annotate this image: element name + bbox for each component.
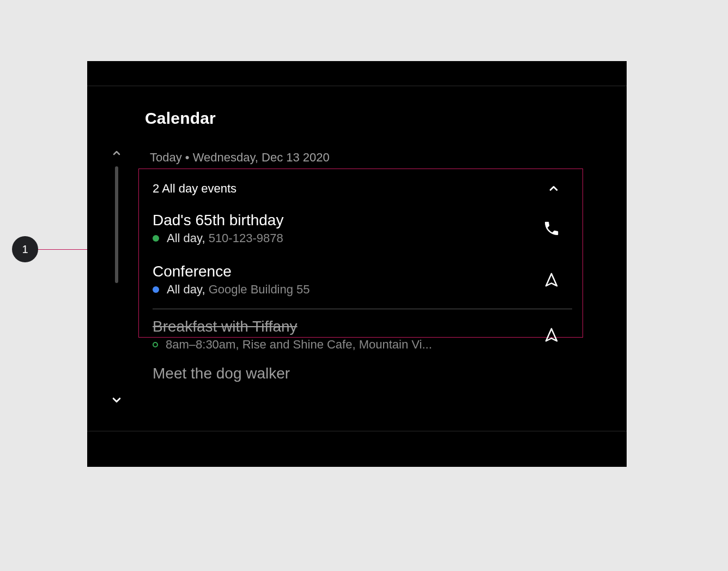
- navigation-icon: [543, 327, 560, 343]
- event-meta: 8am–8:30am, Rise and Shine Cafe, Mountai…: [166, 338, 432, 352]
- event-meta: All day, Google Building 55: [167, 283, 310, 297]
- chevron-up-icon: [546, 181, 561, 196]
- status-bar: [87, 61, 627, 86]
- chevron-down-icon: [109, 392, 124, 407]
- event-time: All day,: [167, 231, 205, 245]
- scroll-up-button[interactable]: [107, 143, 126, 163]
- event-time: 8am–8:30am,: [166, 338, 239, 351]
- device-frame: Calendar Today • Wednesday, Dec 13 2020 …: [87, 61, 627, 467]
- navigation-icon: [543, 272, 560, 288]
- bottom-bar: [87, 431, 627, 467]
- event-detail: Rise and Shine Cafe, Mountain Vi...: [242, 338, 432, 351]
- all-day-header-label: 2 All day events: [153, 182, 236, 196]
- event-detail: 510-123-9878: [209, 231, 283, 245]
- event-title: Conference: [153, 263, 539, 280]
- date-line: Today • Wednesday, Dec 13 2020: [150, 151, 330, 165]
- navigate-button[interactable]: [539, 323, 563, 347]
- event-title: Dad's 65th birthday: [153, 212, 539, 229]
- collapse-all-day-button[interactable]: [546, 181, 561, 196]
- content-area: Calendar Today • Wednesday, Dec 13 2020 …: [87, 86, 627, 467]
- event-title: Breakfast with Tiffany: [153, 318, 539, 335]
- event-row[interactable]: Meet the dog walker: [153, 362, 572, 394]
- calendar-color-dot: [153, 235, 159, 242]
- event-row[interactable]: Conference All day, Google Building 55: [153, 255, 572, 306]
- calendar-color-dot: [153, 342, 158, 347]
- event-time: All day,: [167, 283, 205, 296]
- annotation-badge: 1: [12, 236, 38, 262]
- call-button[interactable]: [539, 217, 563, 241]
- event-detail: Google Building 55: [209, 283, 310, 296]
- event-title: Meet the dog walker: [153, 365, 572, 382]
- chevron-up-icon: [110, 147, 123, 160]
- app-title: Calendar: [145, 109, 216, 128]
- event-meta: All day, 510-123-9878: [167, 231, 283, 245]
- all-day-header[interactable]: 2 All day events: [153, 173, 572, 204]
- event-row[interactable]: Breakfast with Tiffany 8am–8:30am, Rise …: [153, 315, 572, 362]
- calendar-color-dot: [153, 286, 159, 293]
- annotation-label: 1: [22, 243, 28, 256]
- scroll-thumb[interactable]: [115, 166, 118, 283]
- scroll-down-button[interactable]: [107, 390, 126, 410]
- event-row[interactable]: Dad's 65th birthday All day, 510-123-987…: [153, 204, 572, 255]
- event-list: 2 All day events Dad's 65th birthday All…: [153, 173, 572, 394]
- scroll-rail: [107, 143, 126, 410]
- section-divider: [153, 309, 572, 309]
- navigate-button[interactable]: [539, 268, 563, 292]
- phone-icon: [543, 220, 560, 237]
